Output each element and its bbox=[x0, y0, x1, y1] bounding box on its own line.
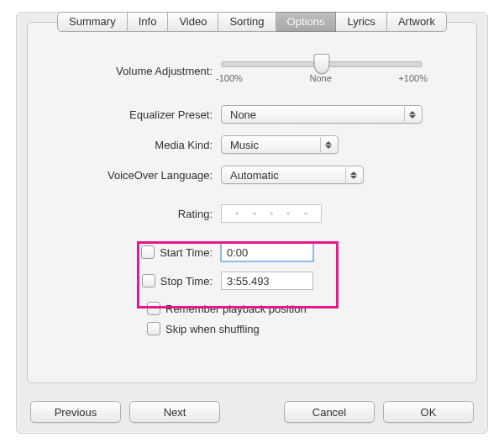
slider-thumb[interactable] bbox=[314, 54, 330, 74]
row-volume-adjustment: Volume Adjustment: -100% None +100% bbox=[28, 56, 476, 85]
rating-dot-icon bbox=[253, 212, 256, 215]
rating-dot-icon bbox=[286, 212, 290, 215]
tab-bar: Summary Info Video Sorting Options Lyric… bbox=[57, 12, 447, 32]
label-equalizer-preset: Equalizer Preset: bbox=[28, 108, 221, 121]
slider-mid-label: None bbox=[309, 73, 331, 83]
label-start-time: Start Time: bbox=[160, 246, 213, 259]
row-skip-shuffling: Skip when shuffling bbox=[28, 322, 476, 335]
media-kind-value: Music bbox=[230, 139, 259, 151]
rating-dot-icon bbox=[270, 212, 273, 215]
tab-sorting[interactable]: Sorting bbox=[218, 12, 276, 32]
start-time-label-area: Start Time: bbox=[28, 245, 221, 259]
ok-button[interactable]: OK bbox=[383, 401, 474, 423]
updown-arrows-icon bbox=[320, 137, 336, 152]
dialog-button-bar: Previous Next Cancel OK bbox=[30, 401, 474, 423]
stop-time-checkbox[interactable] bbox=[142, 274, 155, 287]
label-voiceover-language: VoiceOver Language: bbox=[28, 169, 221, 182]
row-rating: Rating: bbox=[28, 204, 476, 223]
remember-playback-checkbox[interactable] bbox=[147, 302, 160, 315]
row-start-time: Start Time: bbox=[28, 243, 476, 261]
tab-summary[interactable]: Summary bbox=[57, 12, 128, 32]
voiceover-language-value: Automatic bbox=[230, 169, 279, 182]
row-equalizer-preset: Equalizer Preset: None bbox=[28, 105, 476, 124]
row-voiceover-language: VoiceOver Language: Automatic bbox=[28, 166, 476, 184]
volume-slider[interactable]: -100% None +100% bbox=[221, 56, 423, 85]
tab-artwork[interactable]: Artwork bbox=[387, 12, 447, 32]
equalizer-preset-value: None bbox=[230, 108, 256, 121]
previous-button[interactable]: Previous bbox=[30, 401, 121, 423]
tab-options[interactable]: Options bbox=[276, 12, 337, 32]
label-stop-time: Stop Time: bbox=[160, 275, 213, 287]
label-remember-playback: Remember playback position bbox=[165, 303, 307, 315]
tab-info[interactable]: Info bbox=[128, 12, 169, 32]
label-skip-shuffling: Skip when shuffling bbox=[165, 323, 260, 335]
row-media-kind: Media Kind: Music bbox=[28, 135, 476, 154]
row-stop-time: Stop Time: bbox=[28, 272, 476, 290]
tab-video[interactable]: Video bbox=[168, 12, 218, 32]
stop-time-label-area: Stop Time: bbox=[28, 274, 221, 287]
rating-input[interactable] bbox=[221, 204, 322, 223]
label-media-kind: Media Kind: bbox=[28, 139, 221, 151]
label-rating: Rating: bbox=[28, 208, 221, 220]
options-dialog: Summary Info Video Sorting Options Lyric… bbox=[16, 12, 488, 434]
row-remember-playback: Remember playback position bbox=[28, 302, 476, 315]
slider-ticklabels: -100% None +100% bbox=[216, 73, 428, 83]
slider-min-label: -100% bbox=[216, 73, 243, 83]
options-panel: Volume Adjustment: -100% None +100% Equa… bbox=[27, 22, 477, 383]
start-time-field[interactable] bbox=[221, 243, 313, 261]
updown-arrows-icon bbox=[404, 107, 420, 122]
cancel-button[interactable]: Cancel bbox=[284, 401, 375, 423]
voiceover-language-popup[interactable]: Automatic bbox=[221, 166, 364, 184]
tab-lyrics[interactable]: Lyrics bbox=[336, 12, 386, 32]
label-volume-adjustment: Volume Adjustment: bbox=[28, 65, 221, 77]
start-time-checkbox[interactable] bbox=[141, 245, 155, 259]
updown-arrows-icon bbox=[345, 167, 361, 182]
rating-dot-icon bbox=[304, 212, 307, 215]
stop-time-field[interactable] bbox=[221, 272, 313, 290]
next-button[interactable]: Next bbox=[129, 401, 220, 423]
slider-max-label: +100% bbox=[398, 73, 428, 83]
equalizer-preset-popup[interactable]: None bbox=[221, 105, 423, 124]
skip-shuffling-checkbox[interactable] bbox=[147, 322, 160, 335]
media-kind-popup[interactable]: Music bbox=[221, 135, 339, 154]
rating-dot-icon bbox=[235, 212, 239, 215]
